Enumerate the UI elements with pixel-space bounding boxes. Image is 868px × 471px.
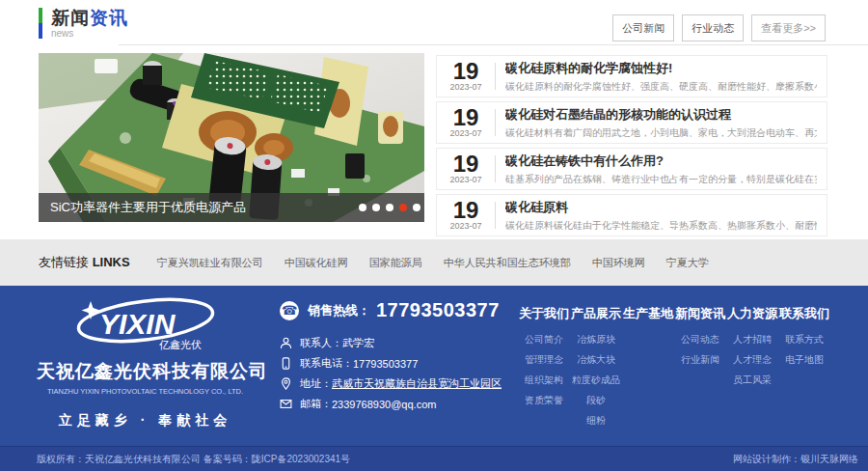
footer-col-products: 产品展示 冶炼原块 冶炼大块 粒度砂成品 段砂 细粉 (571, 305, 621, 434)
company-slogan: 立足藏乡 · 奉献社会 (37, 412, 254, 429)
news-filter-buttons: 公司新闻 行业动态 查看更多>> (612, 14, 826, 42)
news-item[interactable]: 19 2023-07 碳化硅原料的耐化学腐蚀性好! 碳化硅原料的耐化学腐蚀性好、… (436, 55, 827, 97)
news-summary: 碳化硅原料的耐化学腐蚀性好、强度高、硬度高、耐磨性能好、摩擦系数小、且耐高温，因… (505, 80, 817, 94)
news-title[interactable]: 碳化硅原料的耐化学腐蚀性好! (505, 60, 817, 77)
contact-email-value[interactable]: 2339768930@qq.com (332, 399, 436, 410)
footer-nav-link[interactable]: 联系方式 (779, 333, 829, 346)
view-more-button[interactable]: 查看更多>> (751, 14, 826, 42)
friend-link[interactable]: 中华人民共和国生态环境部 (444, 256, 571, 270)
company-name-en: TIANZHU YIXIN PHOTOVOLTAIC TECHNOLOGY CO… (37, 387, 254, 396)
friend-link[interactable]: 中国环境网 (592, 256, 645, 270)
contact-address-label: 地址： (300, 376, 332, 391)
news-title[interactable]: 碳化硅原料 (505, 199, 817, 216)
carousel-dot-3[interactable] (386, 204, 393, 211)
carousel-dot-1[interactable] (359, 204, 366, 211)
news-item[interactable]: 19 2023-07 碳化硅在铸铁中有什么作用? 硅基系列的产品在炼钢、铸造行业… (436, 148, 827, 190)
footer-nav-link[interactable]: 冶炼大块 (571, 353, 621, 367)
mobile-icon (280, 357, 292, 370)
carousel-caption[interactable]: SiC功率器件主要用于优质电源产品 (50, 199, 246, 216)
footer-nav-title[interactable]: 人力资源 (727, 305, 777, 322)
footer-contact-block: ☎ 销售热线： 17793503377 联系人： 武学宏 (280, 299, 502, 414)
footer-col-contact: 联系我们 联系方式 电子地图 (779, 305, 829, 434)
footer-col-about: 关于我们 公司简介 管理理念 组织架构 资质荣誉 (519, 305, 569, 434)
contact-person-value: 武学宏 (342, 336, 374, 350)
contact-phone-value: 17793503377 (353, 358, 418, 370)
contact-person-row: 联系人： 武学宏 (280, 333, 502, 353)
news-title[interactable]: 碳化硅对石墨结晶的形核功能的认识过程 (505, 106, 817, 124)
page-subtitle: news (51, 28, 128, 39)
contact-person-label: 联系人： (300, 336, 342, 350)
carousel-dots (359, 204, 420, 211)
news-page: 新闻资讯 news 公司新闻 行业动态 查看更多>> (0, 0, 868, 471)
footer-nav-link[interactable]: 公司动态 (675, 333, 725, 346)
friend-link[interactable]: 宁夏兴凯硅业有限公司 (157, 256, 263, 270)
svg-text:亿鑫光伏: 亿鑫光伏 (159, 339, 202, 350)
footer-logo-block: YIXIN 亿鑫光伏 天祝亿鑫光伏科技有限公司 TIANZHU YIXIN PH… (37, 295, 254, 429)
hotline-number: 17793503377 (376, 299, 500, 321)
friend-link[interactable]: 国家能源局 (369, 256, 422, 270)
company-name-cn: 天祝亿鑫光伏科技有限公司 (37, 359, 254, 384)
page-footer: YIXIN 亿鑫光伏 天祝亿鑫光伏科技有限公司 TIANZHU YIXIN PH… (0, 286, 868, 446)
contact-address-row: 地址： 武威市天祝藏族自治县宽沟工业园区 (280, 374, 502, 394)
footer-col-base: 生产基地 (623, 305, 673, 434)
industry-news-button[interactable]: 行业动态 (682, 14, 744, 42)
footer-nav-link[interactable]: 管理理念 (519, 353, 569, 367)
news-month: 2023-07 (437, 82, 495, 92)
footer-nav-link[interactable]: 电子地图 (779, 353, 829, 367)
contact-email-label: 邮箱： (300, 397, 332, 411)
company-news-button[interactable]: 公司新闻 (612, 14, 674, 42)
footer-nav-title[interactable]: 新闻资讯 (675, 305, 725, 322)
title-accent-bar (39, 8, 42, 39)
footer-nav-title[interactable]: 产品展示 (571, 305, 621, 322)
news-list: 19 2023-07 碳化硅原料的耐化学腐蚀性好! 碳化硅原料的耐化学腐蚀性好、… (436, 55, 827, 240)
news-month: 2023-07 (437, 128, 495, 138)
footer-nav-link[interactable]: 资质荣誉 (519, 394, 569, 407)
footer-nav-title[interactable]: 联系我们 (779, 305, 829, 322)
footer-nav-title[interactable]: 生产基地 (623, 305, 673, 322)
footer-nav-link[interactable]: 段砂 (571, 394, 621, 407)
hotline-label: 销售热线： (308, 302, 370, 319)
footer-nav-link[interactable]: 人才招聘 (727, 333, 777, 346)
news-item[interactable]: 19 2023-07 碳化硅原料 碳化硅原料碳化硅由于化学性能稳定、导热系数高、… (436, 194, 827, 236)
footer-nav-link[interactable]: 员工风采 (727, 374, 777, 387)
footer-nav-title[interactable]: 关于我们 (519, 305, 569, 322)
friend-links-label: 友情链接 LINKS (39, 254, 130, 271)
site-designer-credit[interactable]: 网站设计制作：银川天脉网络 (733, 453, 858, 466)
news-day: 19 (437, 200, 495, 221)
friend-links-bar: 友情链接 LINKS 宁夏兴凯硅业有限公司 中国碳化硅网 国家能源局 中华人民共… (0, 239, 868, 286)
news-month: 2023-07 (437, 221, 495, 231)
carousel-dot-2[interactable] (372, 204, 380, 211)
footer-col-news: 新闻资讯 公司动态 行业新闻 (675, 305, 725, 434)
carousel-caption-bar: SiC功率器件主要用于优质电源产品 (39, 193, 424, 222)
section-header: 新闻资讯 news (39, 8, 128, 39)
friend-link[interactable]: 中国碳化硅网 (285, 256, 348, 270)
svg-text:YIXIN: YIXIN (99, 308, 176, 340)
person-icon (280, 337, 292, 349)
news-summary: 硅基系列的产品在炼钢、铸造行业中也占有一定的分量，特别是碳化硅在实际生产中得到广… (505, 173, 817, 186)
contact-phone-row: 联系电话： 17793503377 (280, 353, 502, 374)
footer-nav-link[interactable]: 组织架构 (519, 374, 569, 387)
footer-nav-link[interactable]: 粒度砂成品 (571, 374, 621, 387)
carousel-dot-4-active[interactable] (399, 204, 407, 211)
friend-link[interactable]: 宁夏大学 (666, 256, 709, 270)
contact-phone-label: 联系电话： (300, 356, 353, 371)
contact-email-row: 邮箱： 2339768930@qq.com (280, 394, 502, 414)
news-month: 2023-07 (437, 175, 495, 184)
footer-nav-link[interactable]: 公司简介 (519, 333, 569, 346)
carousel-dot-5[interactable] (413, 204, 420, 211)
footer-nav-link[interactable]: 行业新闻 (675, 353, 725, 367)
news-item[interactable]: 19 2023-07 碳化硅对石墨结晶的形核功能的认识过程 碳化硅材料有着广阔的… (436, 101, 827, 144)
news-summary: 碳化硅材料有着广阔的用武之地，小到电脑、家电，大到混合电动车、再大到国家电网、铁… (505, 126, 817, 140)
footer-nav-link[interactable]: 人才理念 (727, 353, 777, 367)
news-day: 19 (437, 153, 495, 175)
footer-nav-link[interactable]: 冶炼原块 (571, 333, 621, 346)
news-day: 19 (437, 61, 495, 82)
contact-address-value[interactable]: 武威市天祝藏族自治县宽沟工业园区 (332, 376, 502, 391)
footer-nav-link[interactable]: 细粉 (571, 414, 621, 428)
news-carousel-slide[interactable]: SiC功率器件主要用于优质电源产品 (39, 53, 424, 222)
footer-nav: 关于我们 公司简介 管理理念 组织架构 资质荣誉 产品展示 冶炼原块 冶炼大块 … (519, 305, 829, 434)
yixin-logo: YIXIN 亿鑫光伏 (59, 295, 232, 351)
news-title[interactable]: 碳化硅在铸铁中有什么作用? (505, 152, 817, 170)
mail-icon (280, 398, 292, 410)
header-divider (119, 44, 868, 45)
